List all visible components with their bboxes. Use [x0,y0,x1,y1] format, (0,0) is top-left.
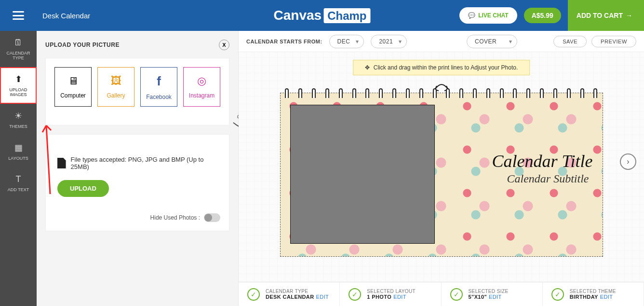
summary-footer: ✓ CALENDAR TYPE DESK CALENDAREDIT ✓ SELE… [239,282,644,306]
calendar-title-text[interactable]: Calendar Title [492,151,592,171]
layout-icon: ▦ [2,142,35,153]
nav-label: UPLOAD IMAGES [9,87,27,97]
calendar-icon: 🗓 [2,38,35,48]
nav-calendar-type[interactable]: 🗓 CALENDAR TYPE [0,31,37,67]
footer-value: 1 PHOTO [367,294,391,300]
text-icon: T [2,174,35,184]
check-icon: ✓ [551,288,564,301]
page-title: Desk Calendar [42,12,90,20]
nav-layouts[interactable]: ▦ LAYOUTS [0,136,37,167]
nav-upload-images[interactable]: ⬆ UPLOAD IMAGES [0,67,37,104]
canvas-stage: ✥ Click and drag within the print lines … [239,52,644,282]
photo-drop-slot[interactable] [290,105,435,244]
footer-label: SELECTED LAYOUT [367,289,416,294]
nav-add-text[interactable]: T ADD TEXT [0,167,37,199]
canvas-area: CALENDAR STARTS FROM: DEC 2021 COVER SAV… [238,31,644,306]
nav-label: LAYOUTS [8,156,28,161]
add-to-cart-label: ADD TO CART [577,12,623,19]
close-panel-button[interactable]: X [219,40,229,50]
computer-icon: 🖥 [68,75,79,87]
tip-bar: ✥ Click and drag within the print lines … [353,60,530,75]
source-gallery[interactable]: 🖼 Gallery [97,67,134,107]
nav-label: ADD TEXT [8,187,29,192]
footer-selected-size: ✓ SELECTED SIZE 5"X10"EDIT [442,282,543,306]
preview-button[interactable]: PREVIEW [591,36,636,47]
document-icon [57,158,66,168]
source-label: Instagram [189,92,215,99]
gallery-icon: 🖼 [111,75,121,87]
year-select[interactable]: 2021 [371,35,407,48]
facebook-icon: f [157,74,161,89]
brand-logo: CanvasChamp [274,8,371,23]
edit-link[interactable]: EDIT [316,294,329,300]
header-actions: 💬 LIVE CHAT A$5.99 ADD TO CART → [459,0,644,31]
left-nav: 🗓 CALENDAR TYPE ⬆ UPLOAD IMAGES ☀ THEMES… [0,31,37,306]
file-types-note: File types accepted: PNG, JPG and BMP (U… [57,156,220,170]
source-label: Computer [60,92,86,99]
footer-calendar-type: ✓ CALENDAR TYPE DESK CALENDAREDIT [239,282,340,306]
upload-button[interactable]: UPLOAD [57,180,109,197]
footer-value: 5"X10" [469,294,487,300]
hamburger-icon [13,11,24,20]
file-note-text: File types accepted: PNG, JPG and BMP (U… [71,156,220,170]
footer-selected-layout: ✓ SELECTED LAYOUT 1 PHOTOEDIT [340,282,441,306]
check-icon: ✓ [349,288,361,301]
hide-used-row: Hide Used Photos : [54,213,220,222]
check-icon: ✓ [247,288,260,301]
footer-value: DESK CALENDAR [266,294,314,300]
panel-title: UPLOAD YOUR PICTURE [45,42,120,48]
source-instagram[interactable]: ◎ Instagram [183,67,220,107]
upload-source-row: 🖥 Computer 🖼 Gallery f Facebook ◎ Instag… [54,67,220,107]
upload-icon: ⬆ [2,74,35,84]
source-computer[interactable]: 🖥 Computer [54,67,92,107]
menu-button[interactable] [0,0,37,31]
theme-icon: ☀ [2,111,35,121]
live-chat-label: LIVE CHAT [478,12,508,19]
save-button[interactable]: SAVE [553,36,587,47]
calendar-subtitle-text[interactable]: Calendar Subtitle [507,172,589,185]
calendar-preview[interactable]: Calendar Title Calendar Subtitle [280,93,603,257]
instagram-icon: ◎ [197,75,206,87]
chat-icon: 💬 [468,12,475,19]
spiral-binding [281,88,603,98]
footer-label: SELECTED SIZE [469,289,509,294]
nav-label: CALENDAR TYPE [6,51,30,60]
footer-selected-theme: ✓ SELECTED THEME BIRTHDAYEDIT [543,282,644,306]
hide-used-toggle[interactable] [204,213,220,222]
month-select[interactable]: DEC [329,35,364,48]
arrow-right-icon: → [626,12,632,19]
source-label: Facebook [146,94,172,100]
next-page-button[interactable]: › [620,153,636,170]
nav-label: THEMES [9,124,27,129]
source-label: Gallery [107,92,125,99]
app-header: Desk Calendar CanvasChamp 💬 LIVE CHAT A$… [0,0,644,31]
nav-themes[interactable]: ☀ THEMES [0,104,37,136]
live-chat-button[interactable]: 💬 LIVE CHAT [459,7,517,24]
tip-text: Click and drag within the print lines to… [374,64,518,71]
brand-left: Canvas [274,8,322,23]
source-facebook[interactable]: f Facebook [140,67,177,107]
footer-label: CALENDAR TYPE [266,289,329,294]
edit-link[interactable]: EDIT [600,294,613,300]
move-icon: ✥ [365,64,370,71]
page-select[interactable]: COVER [467,35,517,48]
starts-from-label: CALENDAR STARTS FROM: [246,39,322,44]
add-to-cart-button[interactable]: ADD TO CART → [568,0,644,31]
canvas-toolbar: CALENDAR STARTS FROM: DEC 2021 COVER SAV… [239,31,644,52]
footer-value: BIRTHDAY [570,294,598,300]
price-display: A$5.99 [524,8,561,23]
brand-right: Champ [323,8,370,23]
hide-used-label: Hide Used Photos : [150,214,200,221]
footer-label: SELECTED THEME [570,289,616,294]
upload-panel: UPLOAD YOUR PICTURE X 🖥 Computer 🖼 Galle… [37,31,238,306]
check-icon: ✓ [450,288,463,301]
edit-link[interactable]: EDIT [393,294,406,300]
edit-link[interactable]: EDIT [489,294,502,300]
chevron-right-icon: › [627,157,629,166]
